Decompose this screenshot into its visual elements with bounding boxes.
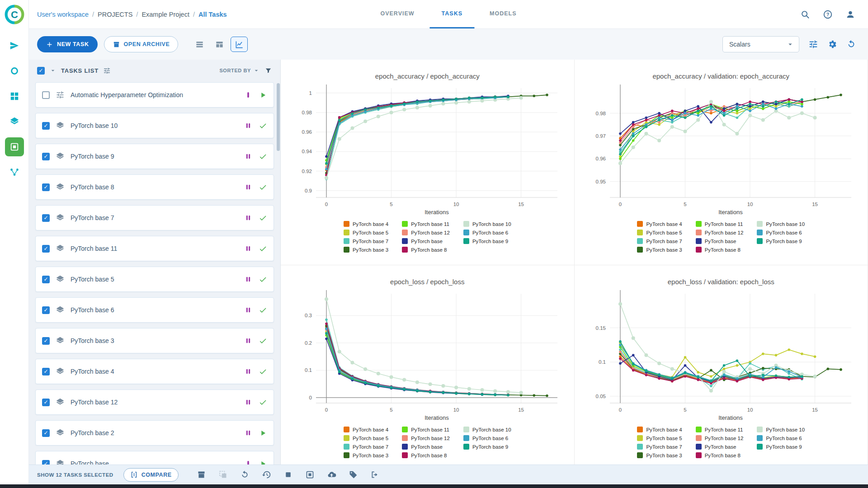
legend-item[interactable]: PyTorch base — [402, 444, 450, 450]
legend-item[interactable]: PyTorch base 5 — [637, 230, 682, 235]
compare-view-button[interactable] — [231, 37, 248, 52]
task-row[interactable]: PyTorch base 8 — [35, 174, 274, 200]
chart-plot[interactable]: 00.10.20.3051015Iterations — [287, 287, 567, 423]
chart-plot[interactable]: 0.950.960.970.98051015Iterations — [581, 82, 861, 217]
legend-item[interactable]: PyTorch base 9 — [463, 238, 511, 244]
task-row[interactable]: PyTorch base 6 — [35, 297, 274, 323]
frame-button[interactable] — [305, 470, 315, 480]
cloud-button[interactable] — [327, 470, 337, 480]
task-checkbox[interactable] — [42, 153, 50, 160]
tag-button[interactable] — [349, 470, 359, 480]
sidebar-item-datasets[interactable] — [5, 112, 24, 131]
task-checkbox[interactable] — [42, 429, 50, 437]
tab-overview[interactable]: OVERVIEW — [368, 0, 426, 28]
task-row[interactable]: Automatic Hyperparameter Optimization — [35, 82, 274, 108]
legend-item[interactable]: PyTorch base 10 — [757, 427, 805, 432]
legend-item[interactable]: PyTorch base 10 — [463, 221, 511, 227]
task-checkbox[interactable] — [42, 368, 50, 375]
breadcrumb-item[interactable]: User's workspace — [37, 11, 89, 18]
retry-button[interactable] — [240, 470, 250, 480]
table-view-button[interactable] — [191, 37, 208, 52]
legend-item[interactable]: PyTorch base 9 — [463, 444, 511, 450]
legend-item[interactable]: PyTorch base 12 — [696, 230, 744, 235]
sidebar-item-pipelines[interactable] — [5, 163, 24, 182]
task-checkbox[interactable] — [42, 245, 50, 253]
legend-item[interactable]: PyTorch base 5 — [344, 435, 388, 441]
task-row[interactable]: PyTorch base — [35, 451, 274, 465]
legend-item[interactable]: PyTorch base — [696, 444, 744, 450]
metric-view-select[interactable]: Scalars — [722, 36, 799, 52]
breadcrumb-item[interactable]: PROJECTS — [98, 11, 132, 18]
legend-item[interactable]: PyTorch base 4 — [344, 427, 388, 432]
task-row[interactable]: PyTorch base 5 — [35, 267, 274, 292]
archive-button[interactable] — [197, 470, 207, 480]
sidebar-item-projects[interactable] — [5, 137, 24, 156]
legend-item[interactable]: PyTorch base 10 — [463, 427, 511, 432]
select-all-caret-icon[interactable] — [49, 67, 57, 74]
list-settings-icon[interactable] — [103, 67, 111, 75]
legend-item[interactable]: PyTorch base 5 — [637, 435, 682, 441]
legend-item[interactable]: PyTorch base 6 — [463, 230, 511, 235]
filter-icon[interactable] — [264, 67, 272, 75]
task-checkbox[interactable] — [42, 460, 50, 465]
search-button[interactable] — [800, 9, 810, 19]
gear-button[interactable] — [827, 39, 837, 49]
legend-item[interactable]: PyTorch base 8 — [402, 247, 450, 253]
legend-item[interactable]: PyTorch base 5 — [344, 230, 388, 235]
tasks-scrollbar-thumb[interactable] — [277, 83, 280, 151]
details-view-button[interactable] — [211, 37, 228, 52]
sidebar-item-workers[interactable] — [5, 87, 24, 106]
user-button[interactable] — [845, 9, 855, 19]
legend-item[interactable]: PyTorch base 4 — [637, 427, 682, 432]
legend-item[interactable]: PyTorch base 4 — [344, 221, 388, 227]
task-checkbox[interactable] — [42, 122, 50, 130]
legend-item[interactable]: PyTorch base 4 — [637, 221, 682, 227]
legend-item[interactable]: PyTorch base 3 — [637, 247, 682, 253]
history-button[interactable] — [262, 470, 272, 480]
task-checkbox[interactable] — [42, 337, 50, 345]
legend-item[interactable]: PyTorch base — [696, 238, 744, 244]
legend-item[interactable]: PyTorch base 8 — [402, 452, 450, 458]
legend-item[interactable]: PyTorch base 11 — [402, 427, 450, 432]
legend-item[interactable]: PyTorch base 3 — [344, 452, 388, 458]
legend-item[interactable]: PyTorch base 7 — [344, 238, 388, 244]
tab-models[interactable]: MODELS — [478, 0, 528, 28]
task-checkbox[interactable] — [42, 399, 50, 406]
compare-button[interactable]: COMPARE — [123, 468, 179, 482]
legend-item[interactable]: PyTorch base 3 — [344, 247, 388, 253]
task-row[interactable]: PyTorch base 4 — [35, 359, 274, 384]
sidebar-item-getting-started[interactable] — [5, 36, 24, 55]
task-checkbox[interactable] — [42, 214, 50, 222]
select-all-checkbox[interactable] — [37, 67, 45, 75]
moveto-button[interactable] — [370, 470, 380, 480]
open-archive-button[interactable]: OPEN ARCHIVE — [104, 36, 179, 52]
task-row[interactable]: PyTorch base 3 — [35, 328, 274, 353]
legend-item[interactable]: PyTorch base 9 — [757, 444, 805, 450]
legend-item[interactable]: PyTorch base 8 — [696, 247, 744, 253]
help-button[interactable]: ? — [823, 9, 833, 19]
selected-count-label[interactable]: SHOW 12 TASKS SELECTED — [37, 472, 113, 478]
task-row[interactable]: PyTorch base 10 — [35, 113, 274, 138]
task-checkbox[interactable] — [42, 91, 50, 99]
legend-item[interactable]: PyTorch base 12 — [696, 435, 744, 441]
tune-button[interactable] — [808, 39, 818, 49]
task-checkbox[interactable] — [42, 306, 50, 314]
legend-item[interactable]: PyTorch base 8 — [696, 452, 744, 458]
legend-item[interactable]: PyTorch base — [402, 238, 450, 244]
sorted-by-control[interactable]: SORTED BY — [219, 67, 260, 74]
clearml-logo-icon[interactable]: C — [5, 5, 24, 24]
task-row[interactable]: PyTorch base 7 — [35, 205, 274, 230]
tab-tasks[interactable]: TASKS — [430, 0, 474, 28]
legend-item[interactable]: PyTorch base 6 — [757, 435, 805, 441]
breadcrumb-item[interactable]: Example Project — [142, 11, 189, 18]
legend-item[interactable]: PyTorch base 7 — [637, 444, 682, 450]
clone-button[interactable] — [218, 470, 228, 480]
chart-plot[interactable]: 0.90.920.940.960.981051015Iterations — [287, 82, 567, 217]
task-row[interactable]: PyTorch base 12 — [35, 389, 274, 415]
legend-item[interactable]: PyTorch base 6 — [757, 230, 805, 235]
legend-item[interactable]: PyTorch base 6 — [463, 435, 511, 441]
legend-item[interactable]: PyTorch base 3 — [637, 452, 682, 458]
legend-item[interactable]: PyTorch base 11 — [696, 427, 744, 432]
sidebar-item-queues[interactable] — [5, 61, 24, 80]
chart-plot[interactable]: 0.050.10.15051015Iterations — [581, 287, 861, 423]
